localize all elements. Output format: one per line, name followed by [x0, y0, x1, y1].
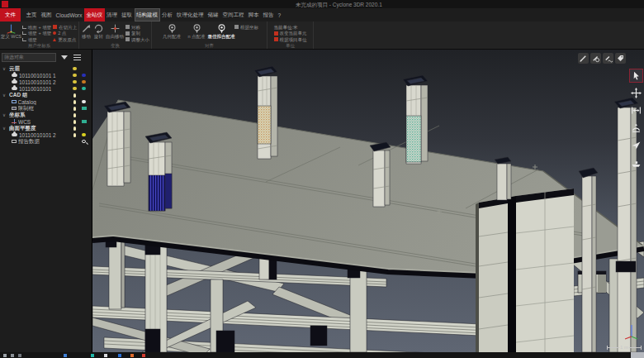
app-icon[interactable] [2, 1, 8, 7]
taskbar-app-icon-3[interactable] [64, 354, 67, 357]
taskbar-app-icon-7[interactable] [130, 354, 134, 357]
tree-item-7[interactable]: ∨坐标系 [0, 112, 92, 118]
tree-item-6[interactable]: 限制框 [0, 105, 92, 112]
bulb-badge[interactable] [73, 120, 76, 124]
zoom-badge[interactable] [82, 140, 86, 144]
tag-button[interactable] [615, 53, 626, 64]
tab-2[interactable]: 视图 [39, 8, 54, 21]
pen-wave-button[interactable] [603, 53, 613, 64]
ribbon-button-旋转[interactable]: 旋转 [93, 22, 104, 43]
taskbar-app-icon-8[interactable] [142, 354, 145, 357]
ribbon-item-根据坐标[interactable]: 根据坐标 [234, 25, 258, 30]
tab-8[interactable]: 分析 [160, 8, 175, 21]
taskbar-app-icon-2[interactable] [18, 354, 21, 357]
dot-teal-badge[interactable] [82, 87, 86, 91]
caret-icon[interactable]: ∨ [2, 93, 7, 98]
filter-icon[interactable] [59, 53, 69, 62]
3d-viewport[interactable]: 1 m [92, 50, 644, 352]
tree-item-3[interactable]: 10110010101 [0, 85, 92, 92]
tree-item-9[interactable]: ∨曲面平整度 [0, 125, 92, 131]
show-desktop-button[interactable] [631, 352, 644, 358]
pencil-button[interactable] [578, 53, 589, 64]
ribbon-item-根据项目单位[interactable]: 根据项目单位 [274, 37, 307, 42]
orbit-icon [631, 122, 642, 133]
taskbar-app-icon-0[interactable] [3, 354, 7, 357]
tree-item-5[interactable]: Catalog [0, 98, 92, 105]
dot-white-badge[interactable] [82, 100, 86, 104]
ribbon-item-墙壁[interactable]: 墙壁 [22, 37, 51, 42]
tab-10[interactable]: 储罐 [206, 8, 220, 21]
dot-orange-badge[interactable] [82, 80, 86, 84]
ribbon-button-几何配准[interactable]: 几何配准 [160, 22, 183, 43]
dot-yellow-badge[interactable] [82, 133, 86, 137]
caret-icon[interactable]: ∨ [2, 66, 7, 71]
vis-badge[interactable] [73, 80, 77, 84]
fit-view-button[interactable] [630, 104, 642, 117]
tree-item-11[interactable]: 报告数据 [0, 138, 92, 145]
ribbon-button-自由移动[interactable]: 自由移动 [106, 22, 124, 43]
caret-icon[interactable]: ∨ [2, 112, 7, 117]
bulb-badge[interactable] [73, 133, 76, 137]
tab-1[interactable]: 主页 [24, 8, 39, 21]
tab-4[interactable]: 全站仪 [84, 8, 105, 21]
taskbar-app-icon-1[interactable] [11, 354, 14, 357]
select-cursor-button[interactable] [630, 69, 642, 82]
bulb-badge[interactable] [73, 113, 76, 117]
taskbar-app-icon-6[interactable] [118, 354, 121, 357]
fly-button[interactable] [630, 139, 642, 151]
tab-0[interactable]: 文件 [0, 8, 21, 21]
taskbar-app-icon-4[interactable] [91, 354, 94, 357]
tab-13[interactable]: 报告 [261, 8, 276, 21]
ribbon-tab-bar: 文件主页视图CloudWorx全站仪清理提取结构建模分析纹理化处理储罐空间工程脚… [0, 8, 644, 21]
ribbon-button-最佳拟合配准[interactable]: 最佳拟合配准 [210, 22, 233, 43]
tree-item-0[interactable]: ∨云层 [0, 65, 92, 72]
tree-item-2[interactable]: 10110010101 2 [0, 79, 92, 85]
tab-9[interactable]: 纹理化处理 [175, 8, 206, 21]
bulb-badge[interactable] [73, 100, 76, 104]
tree-item-10[interactable]: 10110010101 2 [0, 131, 92, 138]
tab-help[interactable]: ? [276, 8, 283, 21]
bulb-badge[interactable] [73, 107, 76, 111]
ribbon-item-墙壁 + 墙壁[interactable]: 墙壁 + 墙壁 [22, 31, 51, 36]
pen-circle-button[interactable] [590, 53, 601, 64]
tab-5[interactable]: 清理 [105, 8, 120, 21]
vis-badge[interactable] [73, 87, 77, 91]
ribbon-button-移动[interactable]: 移动 [81, 22, 92, 43]
orbit-button[interactable] [630, 122, 642, 134]
ribbon-button-定义 WCS[interactable]: 定义 WCS [2, 22, 21, 43]
rect-teal-badge[interactable] [82, 107, 87, 110]
walk-button[interactable] [630, 156, 642, 169]
dot-blue-badge[interactable] [82, 74, 86, 78]
ribbon-item-调整大小[interactable]: 调整大小 [125, 37, 149, 42]
tab-6[interactable]: 提取 [120, 8, 135, 21]
ribbon-item-对称[interactable]: 对称 [125, 25, 149, 30]
bulb-badge[interactable] [73, 126, 76, 131]
ribbon-item-更改原点[interactable]: 更改原点 [53, 37, 77, 42]
cad-icon [12, 100, 17, 104]
ribbon-button-n 点配准[interactable]: n 点配准 [185, 22, 208, 43]
vis-badge[interactable] [73, 74, 77, 78]
panel-menu-icon[interactable] [72, 53, 83, 62]
ribbon-item-改变当前单元[interactable]: 改变当前单元 [274, 31, 307, 36]
tab-11[interactable]: 空间工程 [220, 8, 246, 21]
taskbar-app-icon-5[interactable] [104, 354, 107, 357]
ribbon-item-2 点[interactable]: 2 点 [53, 31, 77, 36]
ribbon-item-复制[interactable]: 复制 [125, 31, 149, 36]
ribbon-item-地面 + 墙壁[interactable]: 地面 + 墙壁 [22, 25, 51, 30]
tab-3[interactable]: CloudWorx [54, 8, 84, 21]
tree-item-4[interactable]: ∨CAD 组 [0, 92, 92, 98]
vis-badge[interactable] [73, 67, 77, 71]
tab-7[interactable]: 结构建模 [135, 8, 160, 21]
scale-bar: 1 m [607, 345, 642, 350]
bulb-badge[interactable] [73, 93, 76, 98]
cloud-icon [12, 87, 17, 90]
ribbon-item-在切片上[interactable]: 在切片上 [53, 25, 77, 30]
pan-button[interactable] [630, 87, 642, 99]
tree-item-8[interactable]: WCS [0, 118, 92, 125]
rect-teal-badge[interactable] [82, 120, 87, 123]
caret-icon[interactable]: ∨ [2, 126, 7, 131]
ribbon-button-label: 旋转 [94, 34, 103, 39]
filter-input[interactable] [2, 53, 56, 62]
tab-12[interactable]: 脚本 [246, 8, 261, 21]
tree-item-1[interactable]: 10110010101 1 [0, 72, 92, 79]
